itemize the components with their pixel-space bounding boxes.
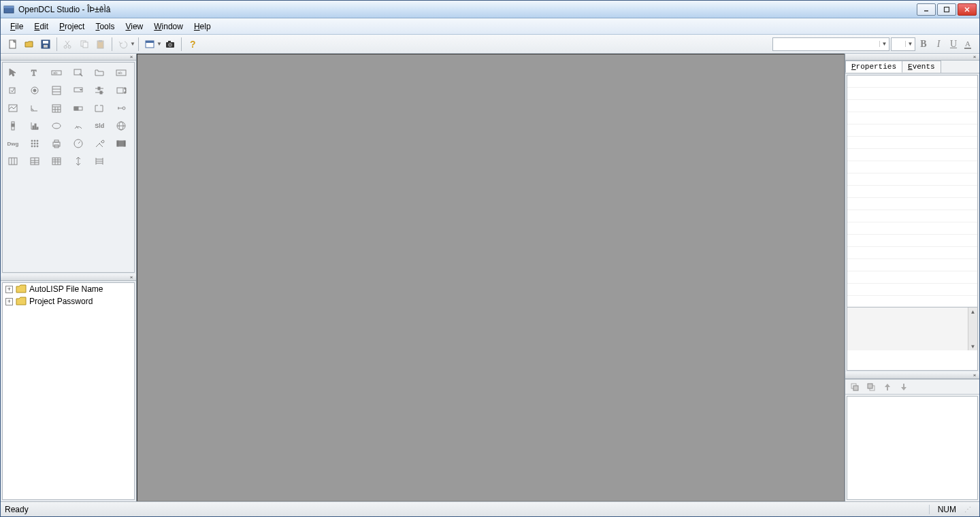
form-dropdown-icon[interactable]: ▼ — [157, 41, 162, 47]
globe-tool[interactable] — [112, 118, 130, 133]
table3-tool[interactable] — [48, 154, 65, 169]
title-bar[interactable]: OpenDCL Studio - ÎÞ±êÌâ — [1, 1, 979, 18]
tools-icon[interactable] — [91, 136, 108, 151]
tab-properties[interactable]: Properties — [845, 61, 902, 73]
menu-tools[interactable]: Tools — [90, 20, 120, 33]
grid-tool[interactable] — [26, 136, 44, 151]
print-tool[interactable] — [48, 136, 65, 151]
new-button[interactable] — [5, 37, 20, 52]
mdi-area[interactable] — [137, 54, 845, 501]
labelbox-tool[interactable]: ab — [112, 65, 130, 80]
textbox-tool[interactable]: ab — [48, 65, 65, 80]
move-up-button[interactable] — [881, 381, 894, 393]
project-tree[interactable]: + AutoLISP File Name + Project Password — [2, 282, 135, 500]
expand-icon[interactable]: + — [5, 298, 13, 305]
listbox-tool[interactable] — [48, 83, 65, 98]
zorder-list[interactable] — [847, 396, 978, 500]
table2-tool[interactable] — [26, 154, 44, 169]
menu-view[interactable]: View — [120, 20, 148, 33]
svg-point-32 — [33, 89, 36, 92]
save-button[interactable] — [38, 37, 53, 52]
bring-front-button[interactable] — [848, 381, 862, 393]
link-tool[interactable] — [112, 101, 130, 116]
undo-button[interactable] — [116, 37, 131, 52]
svg-point-60 — [52, 123, 61, 129]
properties-header[interactable]: × — [845, 54, 979, 61]
font-color-button[interactable]: A — [962, 37, 975, 51]
toolbox-header[interactable]: × — [1, 54, 136, 61]
text-tool[interactable]: T — [26, 65, 44, 80]
font-family-combo[interactable]: ▼ — [772, 37, 889, 51]
image-tool[interactable] — [4, 101, 22, 116]
status-text: Ready — [5, 505, 929, 514]
panel-close-icon[interactable]: × — [971, 54, 978, 60]
menu-window[interactable]: Window — [148, 20, 189, 33]
scroll-up-icon[interactable]: ▲ — [968, 307, 977, 316]
panel-close-icon[interactable]: × — [971, 373, 978, 378]
button-tool[interactable] — [69, 65, 87, 80]
close-button[interactable] — [958, 3, 977, 16]
resize-grip-icon[interactable]: ⋰ — [964, 505, 975, 513]
menu-help[interactable]: Help — [189, 20, 216, 33]
tab-tool[interactable] — [91, 65, 108, 80]
slider-tool[interactable] — [91, 83, 108, 98]
slide-tool[interactable]: Sld — [91, 118, 108, 133]
gauge-tool[interactable] — [69, 118, 87, 133]
form-button[interactable] — [142, 37, 157, 52]
menu-edit[interactable]: Edit — [29, 20, 54, 33]
svg-text:ab: ab — [118, 71, 122, 75]
svg-point-73 — [37, 146, 38, 147]
ellipse-tool[interactable] — [48, 118, 65, 133]
underline-button[interactable]: U — [947, 37, 960, 51]
table1-tool[interactable] — [4, 154, 22, 169]
help-button[interactable]: ? — [185, 37, 200, 52]
tree-header[interactable]: × — [1, 274, 136, 281]
property-rows[interactable] — [847, 76, 977, 307]
move-down-button[interactable] — [897, 381, 911, 393]
open-button[interactable] — [22, 37, 37, 52]
calendar-tool[interactable] — [48, 101, 65, 116]
scrollbar[interactable]: ▲ ▼ — [968, 307, 977, 350]
bold-button[interactable]: B — [917, 37, 930, 51]
svg-rect-8 — [43, 41, 48, 44]
radio-tool[interactable] — [26, 83, 44, 98]
combobox-tool[interactable] — [69, 83, 87, 98]
panel-close-icon[interactable]: × — [128, 275, 135, 280]
dwg-tool[interactable]: Dwg — [4, 136, 22, 151]
zorder-header[interactable]: × — [845, 372, 979, 379]
font-size-combo[interactable]: ▼ — [891, 37, 915, 51]
copy-button[interactable] — [77, 37, 92, 52]
undo-dropdown-icon[interactable]: ▼ — [130, 41, 135, 47]
chart-tool[interactable] — [26, 118, 44, 133]
right-column: × Properties Events ▲ ▼ × — [845, 54, 979, 501]
svg-rect-1 — [4, 6, 14, 8]
tab-events[interactable]: Events — [902, 61, 941, 73]
menu-project[interactable]: Project — [54, 20, 90, 33]
menu-file[interactable]: File — [5, 20, 29, 33]
panel-close-icon[interactable]: × — [128, 54, 135, 60]
align-tool[interactable] — [91, 154, 108, 169]
checkbox-tool[interactable] — [4, 83, 22, 98]
svg-text:ab: ab — [53, 71, 58, 75]
tree-item-password[interactable]: + Project Password — [3, 295, 134, 307]
scroll-down-icon[interactable]: ▼ — [968, 342, 977, 350]
film-tool[interactable] — [112, 136, 130, 151]
pointer-tool[interactable] — [4, 65, 22, 80]
cut-button[interactable] — [61, 37, 76, 52]
tree-item-autolisp[interactable]: + AutoLISP File Name — [3, 283, 134, 295]
dial-tool[interactable] — [69, 136, 87, 151]
expand-icon[interactable]: + — [5, 286, 13, 293]
splitter-tool[interactable] — [69, 154, 87, 169]
send-back-button[interactable] — [864, 381, 878, 393]
progress-tool[interactable] — [69, 101, 87, 116]
property-grid[interactable]: ▲ ▼ — [847, 75, 978, 371]
camera-button[interactable] — [163, 37, 178, 52]
frame-tool[interactable] — [91, 101, 108, 116]
italic-button[interactable]: I — [932, 37, 945, 51]
spinner-tool[interactable] — [112, 83, 130, 98]
scrollbar-tool[interactable] — [4, 118, 22, 133]
maximize-button[interactable] — [937, 3, 956, 16]
angle-tool[interactable] — [26, 101, 44, 116]
minimize-button[interactable] — [917, 3, 936, 16]
paste-button[interactable] — [93, 37, 108, 52]
